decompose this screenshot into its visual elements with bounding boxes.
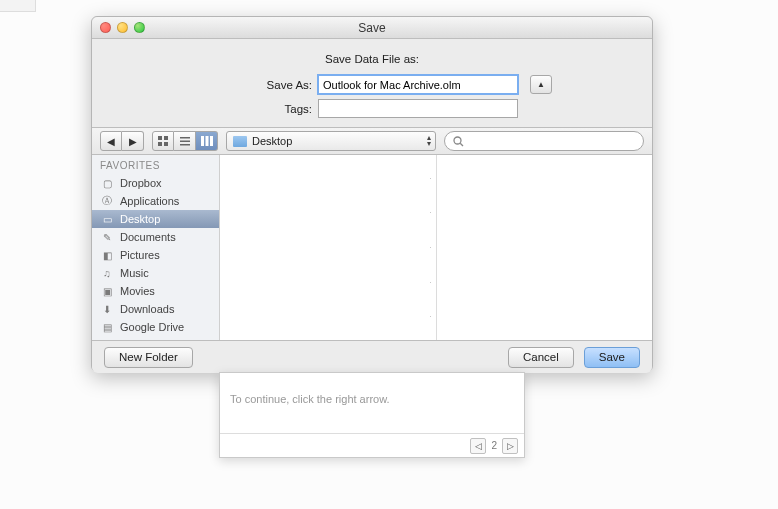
svg-rect-5 <box>180 141 190 143</box>
svg-rect-7 <box>201 136 204 146</box>
cancel-button[interactable]: Cancel <box>508 347 574 368</box>
svg-rect-3 <box>164 142 168 146</box>
svg-rect-8 <box>205 136 208 146</box>
view-icons-button[interactable] <box>152 131 174 151</box>
search-icon <box>453 136 464 147</box>
sidebar-item-music[interactable]: ♫Music <box>92 264 219 282</box>
column-2-content <box>437 155 653 163</box>
svg-rect-1 <box>164 136 168 140</box>
browser-toolbar: ◀ ▶ Desktop ▴▾ <box>92 127 652 155</box>
desktop-icon: ▭ <box>100 213 114 225</box>
column-resize-icon[interactable]: ····· <box>428 161 434 334</box>
sidebar-item-pictures[interactable]: ◧Pictures <box>92 246 219 264</box>
header-subtitle: Save Data File as: <box>92 53 652 65</box>
window-title: Save <box>92 21 652 35</box>
wizard-panel: To continue, click the right arrow. ◁ 2 … <box>219 372 525 458</box>
column-1-content <box>220 155 436 163</box>
path-label: Desktop <box>252 135 292 147</box>
saveas-label: Save As: <box>192 79 312 91</box>
sidebar-item-applications[interactable]: ⒶApplications <box>92 192 219 210</box>
sidebar-item-dropbox[interactable]: ▢Dropbox <box>92 174 219 192</box>
wizard-pager: ◁ 2 ▷ <box>220 433 524 457</box>
sidebar-item-label: Downloads <box>120 303 174 315</box>
header-area: Save Data File as: Save As: ▲ Tags: <box>92 39 652 127</box>
wizard-hint: To continue, click the right arrow. <box>220 373 524 433</box>
sidebar-item-label: Desktop <box>120 213 160 225</box>
sidebar-item-label: Music <box>120 267 149 279</box>
nav-back-button[interactable]: ◀ <box>100 131 122 151</box>
pager-page-number: 2 <box>488 440 500 451</box>
tags-input[interactable] <box>318 99 518 118</box>
view-columns-button[interactable] <box>196 131 218 151</box>
svg-rect-2 <box>158 142 162 146</box>
documents-icon: ✎ <box>100 231 114 243</box>
sidebar-item-label: Dropbox <box>120 177 162 189</box>
new-folder-button[interactable]: New Folder <box>104 347 193 368</box>
sidebar-item-movies[interactable]: ▣Movies <box>92 282 219 300</box>
column-2[interactable] <box>437 155 653 340</box>
nav-forward-button[interactable]: ▶ <box>122 131 144 151</box>
pager-next-button[interactable]: ▷ <box>502 438 518 454</box>
background-window-stub <box>0 0 36 12</box>
chevron-up-icon: ▲ <box>537 80 545 89</box>
sidebar-item-documents[interactable]: ✎Documents <box>92 228 219 246</box>
sidebar-header: FAVORITES <box>92 155 219 174</box>
column-1[interactable]: ····· <box>220 155 437 340</box>
triangle-right-icon: ▶ <box>129 136 137 147</box>
gdrive-icon: ▤ <box>100 321 114 333</box>
sidebar-item-desktop[interactable]: ▭Desktop <box>92 210 219 228</box>
box-icon: ▢ <box>100 177 114 189</box>
pager-prev-button[interactable]: ◁ <box>470 438 486 454</box>
file-browser: FAVORITES ▢DropboxⒶApplications▭Desktop✎… <box>92 155 652 341</box>
pictures-icon: ◧ <box>100 249 114 261</box>
tags-row: Tags: <box>92 99 652 118</box>
updown-icon: ▴▾ <box>427 135 431 146</box>
grid-icon <box>158 136 168 146</box>
view-group <box>152 131 218 151</box>
tags-label: Tags: <box>192 103 312 115</box>
nav-group: ◀ ▶ <box>100 131 144 151</box>
sidebar: FAVORITES ▢DropboxⒶApplications▭Desktop✎… <box>92 155 220 340</box>
expand-collapse-button[interactable]: ▲ <box>530 75 552 94</box>
svg-point-10 <box>454 137 461 144</box>
search-input[interactable] <box>468 135 635 147</box>
saveas-row: Save As: ▲ <box>92 75 652 94</box>
music-icon: ♫ <box>100 267 114 279</box>
saveas-input[interactable] <box>318 75 518 94</box>
apps-icon: Ⓐ <box>100 195 114 207</box>
folder-icon <box>233 136 247 147</box>
sidebar-item-google-drive[interactable]: ▤Google Drive <box>92 318 219 336</box>
columns-icon <box>201 136 213 146</box>
sidebar-item-label: Google Drive <box>120 321 184 333</box>
sidebar-list: ▢DropboxⒶApplications▭Desktop✎Documents◧… <box>92 174 219 336</box>
triangle-right-icon: ▷ <box>507 441 514 451</box>
sidebar-item-label: Documents <box>120 231 176 243</box>
svg-line-11 <box>460 143 463 146</box>
movies-icon: ▣ <box>100 285 114 297</box>
svg-rect-4 <box>180 137 190 139</box>
downloads-icon: ⬇ <box>100 303 114 315</box>
sidebar-item-label: Pictures <box>120 249 160 261</box>
column-view: ····· <box>220 155 652 340</box>
svg-rect-0 <box>158 136 162 140</box>
dialog-footer: New Folder Cancel Save <box>92 341 652 373</box>
svg-rect-6 <box>180 144 190 146</box>
sidebar-item-downloads[interactable]: ⬇Downloads <box>92 300 219 318</box>
svg-rect-9 <box>210 136 213 146</box>
path-popup[interactable]: Desktop ▴▾ <box>226 131 436 151</box>
view-list-button[interactable] <box>174 131 196 151</box>
titlebar[interactable]: Save <box>92 17 652 39</box>
triangle-left-icon: ◀ <box>107 136 115 147</box>
triangle-left-icon: ◁ <box>475 441 482 451</box>
save-dialog: Save Save Data File as: Save As: ▲ Tags:… <box>91 16 653 372</box>
search-field[interactable] <box>444 131 644 151</box>
save-button[interactable]: Save <box>584 347 640 368</box>
sidebar-item-label: Movies <box>120 285 155 297</box>
sidebar-item-label: Applications <box>120 195 179 207</box>
list-icon <box>180 136 190 146</box>
